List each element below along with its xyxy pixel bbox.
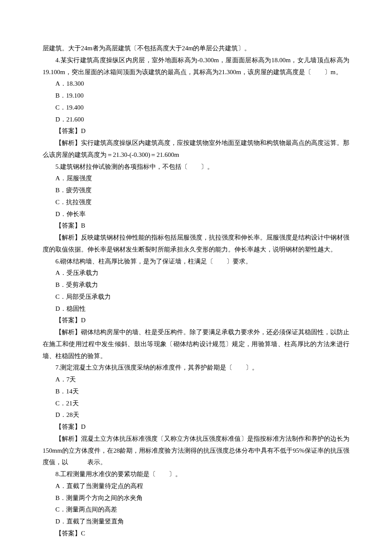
q7-option-a: A．7天 [43,374,349,386]
intro-line: 层建筑。大于24m者为高层建筑〔不包括高度大于24m的单层公共建筑〕。 [43,43,349,55]
q5-option-c: C．抗拉强度 [43,197,349,208]
q8-answer: 【答案】C [43,528,349,540]
q4-option-c: C．19.400 [43,102,349,114]
q4-option-a: A．18.300 [43,78,349,90]
q7-stem: 7.测定混凝土立方体抗压强度采纳的标准度件，其养护龄期是〔 〕。 [43,362,349,374]
q7-explanation: 【解析】混凝土立方体抗压标准强度〔又称立方体抗压强度标准值〕是指按标准方法制作和… [43,433,349,468]
q6-option-d: D．稳固性 [43,303,349,315]
q7-answer: 【答案】D [43,421,349,433]
q4-option-d: D．21.600 [43,114,349,126]
q5-stem: 5.建筑钢材拉伸试验测的各项指标中，不包括〔 〕。 [43,161,349,173]
q5-option-b: B．疲劳强度 [43,185,349,197]
q5-option-d: D．伸长率 [43,208,349,220]
q8-option-a: A．直截了当测量待定点的高程 [43,480,349,492]
q5-explanation: 【解析】反映建筑钢材拉伸性能的指标包括屈服强度，抗拉强度和伸长率。屈服强度是结构… [43,232,349,256]
q7-option-c: C．21天 [43,398,349,410]
q6-stem: 6.砌体结构墙、柱高厚比验算，是为了保证墙，柱满足〔 〕要求。 [43,256,349,268]
q6-answer: 【答案】D [43,315,349,327]
q6-option-b: B．受剪承载力 [43,279,349,291]
q8-option-b: B．测量两个方向之间的水夹角 [43,492,349,504]
q4-option-b: B．19.100 [43,90,349,102]
q7-option-d: D．28天 [43,409,349,421]
q7-option-b: B．14天 [43,386,349,398]
q6-option-a: A．受压承载力 [43,267,349,279]
q4-answer: 【答案】D [43,125,349,137]
q8-option-d: D．直截了当测量竖直角 [43,516,349,528]
q6-option-c: C．局部受压承载力 [43,291,349,303]
q4-explanation: 【解析】实行建筑高度操纵区内建筑高度，应按建筑物室外地面至建筑物和构筑物最高点的… [43,137,349,161]
q8-stem: 8.工程测量用水准仪的要紧功能是〔 〕。 [43,468,349,480]
q6-explanation: 【解析】砌体结构房屋中的墙、柱是受压构件。除了要满足承载力要求外，还必须保证其稳… [43,327,349,362]
q4-stem: 4.某实行建筑高度操纵区内房层，室外地面标高为-0.300m，屋面面层标高为18… [43,55,349,78]
q5-option-a: A．屈服强度 [43,173,349,185]
q5-answer: 【答案】B [43,220,349,232]
q8-option-c: C．测量两点间的高差 [43,504,349,516]
